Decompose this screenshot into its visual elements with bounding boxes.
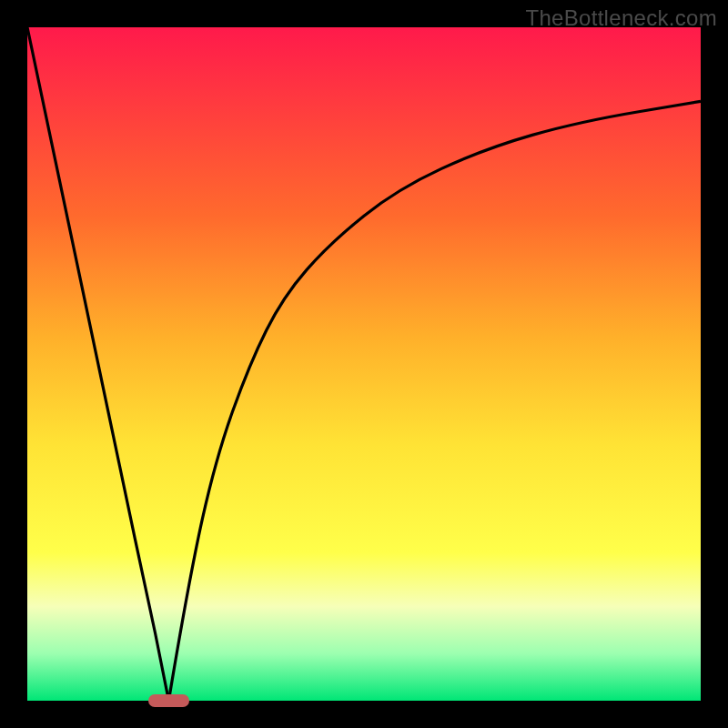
bottleneck-curve (27, 27, 701, 701)
curve-right-branch (168, 101, 701, 701)
optimal-marker (148, 694, 188, 707)
curve-left-branch (27, 27, 168, 701)
chart-frame: TheBottleneck.com (0, 0, 728, 728)
watermark-text: TheBottleneck.com (525, 5, 717, 31)
